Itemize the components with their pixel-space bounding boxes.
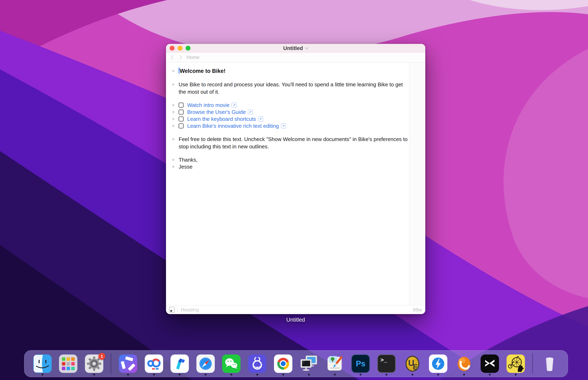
dock-item-knot-app[interactable] (119, 355, 137, 373)
outline-row-note[interactable]: Feel free to delete this text. Uncheck "… (166, 135, 409, 150)
dock-item-ultraedit[interactable]: U E (403, 355, 422, 373)
safari-icon (196, 355, 215, 373)
running-indicator-dot (127, 374, 129, 376)
window-title: Untitled (283, 45, 303, 51)
ant-app-icon (248, 355, 266, 373)
dock: 1 Ps>_ U E (24, 350, 568, 377)
checklist-link[interactable]: Learn the keyboard shortcuts (187, 115, 256, 123)
photoshop-icon: Ps (351, 355, 370, 373)
running-indicator-dot (463, 374, 465, 376)
teambition-icon (171, 355, 189, 373)
remote-desktop-icon (300, 355, 318, 373)
forward-button[interactable] (178, 55, 182, 59)
window-titlebar[interactable]: Untitled (166, 44, 425, 53)
running-indicator-dot (179, 374, 181, 376)
running-indicator-dot (93, 374, 95, 376)
trash-icon (540, 355, 559, 373)
running-indicator-dot (515, 374, 517, 376)
intro-text: Use Bike to record and process your idea… (179, 81, 403, 95)
checkbox[interactable] (179, 110, 184, 114)
running-indicator-dot (205, 374, 206, 376)
back-button[interactable] (171, 55, 175, 59)
disclosure-triangle-icon[interactable] (173, 111, 175, 114)
external-link-icon: ↗ (258, 116, 263, 122)
row-type-indicator[interactable]: Heading (181, 307, 199, 313)
running-indicator-dot (386, 374, 387, 376)
dock-item-photoshop[interactable]: Ps (351, 355, 370, 373)
checklist-link[interactable]: Learn Bike's innovative rich text editin… (187, 122, 279, 130)
dock-item-finder[interactable] (33, 355, 52, 373)
disclosure-triangle-icon[interactable] (173, 138, 175, 141)
dock-item-ant-app[interactable] (248, 355, 266, 373)
disclosure-triangle-icon[interactable] (173, 70, 175, 73)
checklist-row[interactable]: Watch intro movie↗ (166, 102, 425, 109)
disclosure-triangle-icon[interactable] (173, 117, 175, 120)
desktop-file-label[interactable]: Untitled (166, 317, 425, 323)
checkbox[interactable] (179, 116, 184, 121)
external-link-icon: ↗ (248, 110, 253, 115)
dock-item-lemon[interactable] (455, 355, 473, 373)
path-bar: Home (166, 53, 425, 62)
zoom-button[interactable] (186, 46, 191, 51)
outline-row-signature[interactable]: Jesse (166, 163, 425, 170)
dock-item-capcut[interactable] (481, 355, 499, 373)
outline-row-closing[interactable]: Thanks, (166, 156, 425, 163)
paint-disk-icon (326, 355, 344, 373)
outline-row-intro[interactable]: Use Bike to record and process your idea… (166, 81, 409, 95)
dock-item-remote-desktop[interactable] (300, 355, 318, 373)
close-button[interactable] (170, 46, 175, 51)
dock-item-terminal[interactable]: >_ (377, 355, 396, 373)
disclosure-triangle-icon[interactable] (173, 83, 175, 86)
dock-item-paint-disk[interactable] (326, 355, 344, 373)
dock-item-wechat[interactable] (222, 355, 240, 373)
checklist: Watch intro movie↗Browse the User's Guid… (166, 102, 425, 129)
running-indicator-dot (153, 374, 155, 376)
dock-item-chrome[interactable] (274, 355, 292, 373)
running-indicator-dot (412, 374, 413, 376)
signature-text: Jesse (179, 164, 193, 170)
dock-item-thunder[interactable] (429, 355, 447, 373)
external-link-icon: ↗ (232, 103, 237, 108)
dock-item-trash[interactable] (540, 355, 559, 373)
window-title-menu[interactable]: Untitled (283, 45, 308, 51)
dock-item-teambition[interactable] (171, 355, 189, 373)
checklist-link[interactable]: Browse the User's Guide (187, 108, 246, 116)
closing-text: Thanks, (179, 157, 198, 163)
finder-icon (33, 355, 52, 373)
checkbox[interactable] (179, 123, 184, 128)
outline-row-heading[interactable]: Welcome to Bike! (166, 67, 425, 75)
status-bar: Heading 69w (166, 305, 425, 314)
disclosure-triangle-icon[interactable] (173, 165, 175, 168)
chrome-icon (274, 355, 292, 373)
running-indicator-dot (360, 374, 362, 376)
capcut-icon (481, 355, 499, 373)
baidu-netdisk-icon (145, 355, 163, 373)
checklist-row[interactable]: Learn Bike's innovative rich text editin… (166, 122, 425, 129)
breadcrumb[interactable]: Home (186, 55, 199, 60)
terminal-icon: >_ (377, 355, 396, 373)
dock-item-system-settings[interactable]: 1 (85, 355, 103, 373)
editor-right-gutter (409, 62, 425, 305)
checklist-row[interactable]: Learn the keyboard shortcuts↗ (166, 115, 425, 122)
disclosure-triangle-icon[interactable] (173, 104, 175, 107)
checkbox[interactable] (179, 103, 184, 108)
dock-item-launchpad[interactable] (59, 355, 77, 373)
dock-item-safari[interactable] (196, 355, 215, 373)
bike-icon (507, 355, 525, 373)
checklist-row[interactable]: Browse the User's Guide↗ (166, 109, 425, 115)
dock-item-bike[interactable] (507, 355, 525, 373)
knot-app-icon (119, 355, 137, 373)
dock-item-baidu-netdisk[interactable] (145, 355, 163, 373)
disclosure-triangle-icon[interactable] (173, 125, 175, 127)
wechat-icon (222, 355, 240, 373)
lemon-icon (455, 355, 473, 373)
disclosure-triangle-icon[interactable] (173, 158, 175, 161)
minimize-button[interactable] (178, 46, 182, 51)
running-indicator-dot (308, 374, 310, 376)
focus-mode-icon[interactable] (169, 307, 175, 313)
word-count: 69w (413, 307, 422, 313)
running-indicator-dot (41, 374, 43, 376)
checklist-link[interactable]: Watch intro movie (187, 101, 230, 109)
outline-editor[interactable]: Welcome to Bike! Use Bike to record and … (166, 62, 425, 305)
running-indicator-dot (256, 374, 258, 376)
